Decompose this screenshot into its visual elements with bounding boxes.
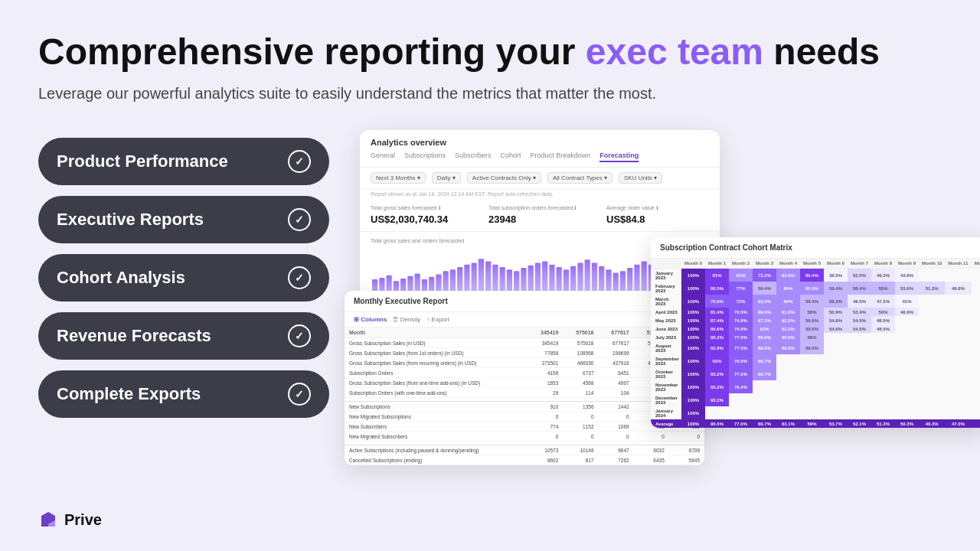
cohort-col-header: Month 9 [895, 259, 919, 269]
cohort-cell: 58% [800, 308, 824, 316]
analytics-card-title: Analytics overview [371, 138, 709, 147]
feature-item-revenue-forecasts[interactable]: Revenue Forecasts [38, 312, 329, 360]
cohort-cell: 61.8% [776, 308, 800, 316]
exec-cell: 1442 [599, 402, 634, 412]
exec-row-label: Subscription Orders [345, 368, 528, 378]
cohort-cell [776, 393, 800, 406]
metric-gross-value: US$2,030,740.34 [371, 214, 473, 225]
tab-forecasting[interactable]: Forecasting [599, 152, 639, 162]
exec-cell: 0 [528, 432, 563, 442]
filter-active-contracts[interactable]: Active Contracts Only ▾ [467, 172, 541, 184]
cohort-cell [895, 316, 919, 324]
exec-cell: 345419 [528, 338, 563, 348]
cohort-cell [919, 341, 945, 354]
headline-accent1: exec team [586, 31, 763, 72]
tab-subscriptions[interactable]: Subscriptions [404, 152, 446, 162]
tab-cohort[interactable]: Cohort [501, 152, 521, 162]
cohort-cell: 56% [800, 333, 824, 341]
exec-cell: 6451 [599, 368, 634, 378]
tab-general[interactable]: General [371, 152, 395, 162]
filter-sku[interactable]: SKU Units ▾ [619, 172, 662, 184]
cohort-cell [753, 393, 776, 406]
exec-cell: 0 [563, 412, 598, 422]
col-month: Month [345, 328, 528, 338]
exec-cell: 0 [563, 432, 598, 442]
cohort-cell: 100% [681, 282, 705, 295]
exec-cell: 1356 [563, 402, 598, 412]
metric-aov-value: US$84.8 [606, 214, 709, 225]
exec-row-label: New Migrated Subscribers [345, 432, 528, 442]
cohort-cell [895, 406, 919, 419]
cohort-cell [945, 341, 971, 354]
feature-label-product-performance: Product Performance [57, 152, 228, 171]
cohort-cell: 100% [681, 295, 705, 308]
cohort-cell [919, 295, 945, 308]
cohort-cell: 60.6% [776, 333, 800, 341]
check-icon-product-performance [288, 150, 311, 173]
cohort-row-label: November 2023 [651, 380, 681, 393]
exec-toolbar-columns[interactable]: ⊞ Columns [354, 316, 387, 323]
cohort-avg-cell: 69.7% [753, 419, 776, 428]
cohort-cell: 53.4% [848, 308, 871, 316]
cohort-cell: 77% [729, 282, 753, 295]
cohort-cell [919, 354, 945, 367]
cohort-cell [945, 367, 971, 380]
col-2: 575018 [563, 328, 598, 338]
metric-orders-value: 23948 [488, 214, 591, 225]
feature-label-executive-reports: Executive Reports [57, 210, 204, 230]
cohort-cell [824, 354, 848, 367]
list-item: April 2023100%81.4%70.5%69.6%61.8%58%50.… [651, 308, 980, 316]
exec-cell: 77858 [528, 348, 563, 358]
cohort-cell [972, 324, 980, 333]
cohort-cell [919, 316, 945, 324]
cohort-cell: 53.6% [895, 282, 919, 295]
cohort-table: Month 0Month 1Month 2Month 3Month 4Month… [651, 259, 980, 428]
cohort-col-header: Month 6 [824, 259, 848, 269]
cohort-cell [824, 341, 848, 354]
list-item: August 2023100%92.8%77.5%69.6%60.6%56.0% [651, 341, 980, 354]
filter-months[interactable]: Next 3 Months ▾ [371, 172, 426, 184]
cohort-cell [972, 316, 980, 324]
cohort-cell: 100% [681, 367, 705, 380]
feature-item-product-performance[interactable]: Product Performance [38, 138, 329, 185]
cohort-cell: 100% [681, 393, 705, 406]
exec-cell: 0 [634, 432, 669, 442]
cohort-cell [972, 393, 980, 406]
cohort-cell: 62.2% [776, 324, 800, 333]
cohort-cell: 92% [705, 354, 729, 367]
exec-cell: 4568 [563, 378, 598, 388]
tab-subscribers[interactable]: Subscribers [455, 152, 492, 162]
cohort-col-header: Month 0 [681, 259, 705, 269]
cohort-cell: 80.4% [800, 269, 824, 282]
feature-item-complete-exports[interactable]: Complete Exports [38, 370, 329, 418]
cohort-cell [871, 333, 895, 341]
cohort-cell [848, 333, 871, 341]
cohort-avg-cell: 100% [681, 419, 705, 428]
cohort-cell: 76.4% [729, 380, 753, 393]
cohort-col-header: Month 10 [919, 259, 945, 269]
filter-contract-types[interactable]: All Contract Types ▾ [547, 172, 612, 184]
cohort-matrix-card: Subscription Contract Cohort Matrix Mont… [651, 237, 980, 428]
exec-row-label: New Migrated Subscriptions [345, 412, 528, 422]
exec-toolbar-density[interactable]: ☰ Density [393, 316, 420, 323]
cohort-avg-cell: 53.7% [824, 419, 848, 428]
exec-cell: 0 [669, 432, 704, 442]
feature-item-executive-reports[interactable]: Executive Reports [38, 196, 329, 243]
content-row: Product Performance Executive Reports Co… [38, 130, 942, 520]
cohort-cell: 90.6% [705, 324, 729, 333]
cohort-cell: 58.6% [800, 324, 824, 333]
cohort-cell: 69.6% [753, 333, 776, 341]
cohort-col-header: Month 4 [776, 259, 800, 269]
cohort-cell [800, 380, 824, 393]
cohort-cell [729, 406, 753, 419]
cohort-cell [972, 367, 980, 380]
cohort-cell [871, 354, 895, 367]
feature-item-cohort-analysis[interactable]: Cohort Analysis [38, 254, 329, 302]
metric-gross-label: Total gross sales forecasted ℹ [371, 205, 473, 211]
exec-toolbar-export[interactable]: ↑ Export [426, 316, 449, 323]
feature-list: Product Performance Executive Reports Co… [38, 130, 329, 418]
cohort-cell: 77.5% [729, 341, 753, 354]
cohort-cell [871, 367, 895, 380]
filter-daily[interactable]: Daily ▾ [432, 172, 461, 184]
tab-product-breakdown[interactable]: Product Breakdown [531, 152, 591, 162]
